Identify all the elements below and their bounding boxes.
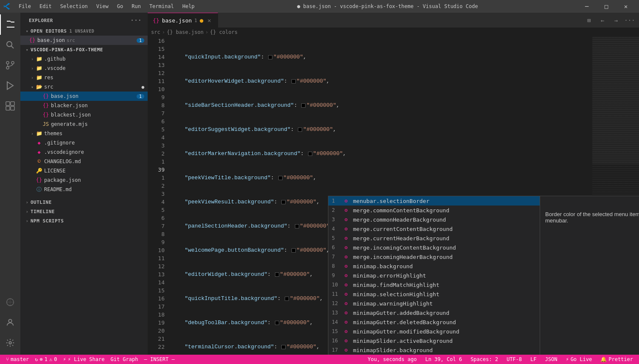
tree-gitignore[interactable]: ◆ .gitignore	[20, 138, 148, 147]
section-project[interactable]: ▾ VSCODE-PINK-AS-FOX-THEME	[20, 45, 148, 54]
minimize-button[interactable]: ─	[577, 0, 597, 13]
menu-terminal[interactable]: Terminal	[146, 3, 177, 10]
status-cursor-position[interactable]: Ln 39, Col 6	[423, 355, 465, 364]
ac-item-3[interactable]: 3 ⚙ merge.commonHeaderBackground	[328, 215, 540, 224]
ac-item-5[interactable]: 5 ⚙ merge.currentHeaderBackground	[328, 233, 540, 243]
svg-point-4	[11, 61, 14, 64]
breadcrumb-section[interactable]: {} colors	[210, 29, 238, 35]
status-indentation[interactable]: Spaces: 2	[468, 355, 501, 364]
tree-generate-mjs[interactable]: JS generate.mjs	[20, 119, 148, 129]
menu-view[interactable]: View	[93, 3, 112, 10]
ac-item-15[interactable]: 15 ⚙ minimapGutter.modifiedBackground	[328, 327, 540, 336]
ac-text-2: merge.commonContentBackground	[353, 207, 449, 214]
status-git-graph[interactable]: Git Graph	[108, 355, 140, 364]
status-go-live[interactable]: ⚡ Go Live	[563, 355, 594, 364]
breadcrumb-file[interactable]: {} base.json	[167, 29, 204, 35]
ac-item-6[interactable]: 6 ⚙ merge.incomingContentBackground	[328, 243, 540, 252]
editor-area[interactable]: 16 15 14 13 12 11 10 9 8 7 6 5 4 3	[148, 37, 639, 355]
window-title: ● base.json - vscode-pink-as-fox-theme -…	[202, 3, 574, 9]
tab-modified-dot: ●	[200, 17, 203, 24]
status-right: You, seconds ago Ln 39, Col 6 Spaces: 2 …	[365, 355, 636, 364]
tree-vscodeignore[interactable]: ◆ .vscodeignore	[20, 147, 148, 157]
ac-item-2[interactable]: 2 ⚙ merge.commonContentBackground	[328, 206, 540, 215]
tree-arrow-themes: ›	[29, 131, 36, 136]
tree-themes[interactable]: › 📁 themes	[20, 129, 148, 138]
activity-search[interactable]	[0, 35, 20, 55]
activity-explorer[interactable]	[0, 14, 20, 35]
ac-icon-9: ⚙	[345, 272, 350, 278]
maximize-button[interactable]: □	[597, 0, 616, 13]
ac-item-12[interactable]: 12 ⚙ minimap.warningHighlight	[328, 299, 540, 308]
code-line-16: "quickInput.background": "#000000",	[171, 53, 589, 61]
menu-edit[interactable]: Edit	[36, 3, 55, 10]
open-editor-base-json[interactable]: {} base.json src 1	[20, 36, 148, 45]
activity-run-debug[interactable]	[0, 75, 20, 96]
ln-8: 8	[154, 101, 165, 109]
menu-run[interactable]: Run	[128, 3, 144, 10]
editor-layout-button[interactable]: ⊞	[583, 14, 595, 26]
ac-item-8[interactable]: 8 ⚙ minimap.background	[328, 261, 540, 271]
ac-item-7[interactable]: 7 ⚙ merge.incomingHeaderBackground	[328, 252, 540, 261]
status-git-branch[interactable]: ⑂ master	[3, 355, 31, 364]
tree-res[interactable]: › 📁 res	[20, 73, 148, 82]
tree-github[interactable]: › 📁 .github	[20, 54, 148, 64]
activity-extensions[interactable]	[0, 96, 20, 116]
ac-item-17[interactable]: 17 ⚙ minimapSlider.background	[328, 345, 540, 355]
code-line-13: "editorSuggestWidget.background": "#0000…	[171, 125, 589, 133]
ac-item-10[interactable]: 10 ⚙ minimap.findMatchHighlight	[328, 280, 540, 289]
section-outline[interactable]: › Outline	[20, 197, 148, 207]
status-live-share[interactable]: ⚡ ⚡ Live Share	[61, 355, 107, 364]
status-git-sync[interactable]: ↻ ⊗ 1 ⚠ 0	[32, 355, 59, 364]
tree-readme[interactable]: ⓘ README.md	[20, 185, 148, 194]
svg-rect-8	[11, 102, 14, 106]
status-language[interactable]: JSON	[542, 355, 560, 364]
tab-close-button[interactable]: ✕	[206, 17, 213, 24]
tree-label-readme: README.md	[44, 186, 148, 192]
ac-icon-10: ⚙	[345, 282, 350, 288]
autocomplete-list[interactable]: 1 ⚙ menubar.selectionBorder 2 ⚙ merge.co…	[328, 196, 540, 355]
close-button[interactable]: ✕	[616, 0, 636, 13]
section-label-project: VSCODE-PINK-AS-FOX-THEME	[31, 47, 103, 53]
activity-settings[interactable]	[0, 333, 20, 353]
sidebar-content[interactable]: ▾ OPEN EDITORS 1 UNSAVED {} base.json sr…	[20, 26, 148, 355]
ac-icon-8: ⚙	[345, 263, 350, 269]
ac-item-13[interactable]: 13 ⚙ minimapGutter.addedBackground	[328, 308, 540, 317]
tree-changelog[interactable]: © CHANGELOG.md	[20, 157, 148, 166]
editor-back-button[interactable]: ←	[597, 14, 608, 26]
tree-blacker-json[interactable]: {} blacker.json	[20, 101, 148, 110]
tab-json-icon: {}	[153, 17, 160, 24]
status-prettier[interactable]: 🔔 Prettier	[598, 355, 636, 364]
tree-base-json[interactable]: {} base.json 1	[20, 92, 148, 101]
ac-item-9[interactable]: 9 ⚙ minimap.errorHighlight	[328, 271, 540, 280]
ac-item-11[interactable]: 11 ⚙ minimap.selectionHighlight	[328, 289, 540, 299]
editor-wrapper: {} base.json 1 ● ✕ ⊞ ← → ··· src › {} ba…	[148, 13, 639, 355]
status-line-ending[interactable]: LF	[528, 355, 539, 364]
menu-selection[interactable]: Selection	[57, 3, 91, 10]
breadcrumb-src[interactable]: src	[151, 29, 160, 35]
menu-go[interactable]: Go	[114, 3, 126, 10]
tab-base-json[interactable]: {} base.json 1 ● ✕	[148, 13, 218, 28]
activity-source-control[interactable]	[0, 55, 20, 75]
ac-item-14[interactable]: 14 ⚙ minimapGutter.deletedBackground	[328, 317, 540, 327]
tree-blackest-json[interactable]: {} blackest.json	[20, 110, 148, 119]
tree-package-json[interactable]: {} package.json	[20, 175, 148, 185]
menu-help[interactable]: Help	[179, 3, 198, 10]
editor-more-button[interactable]: ···	[624, 14, 636, 26]
sidebar-more-button[interactable]: ···	[129, 16, 143, 25]
activity-accounts[interactable]	[0, 312, 20, 333]
tree-src[interactable]: ▾ 📂 src ●	[20, 82, 148, 92]
tree-vscode[interactable]: › 📁 .vscode	[20, 64, 148, 73]
section-timeline[interactable]: › Timeline	[20, 207, 148, 216]
status-git-blame[interactable]: You, seconds ago	[365, 355, 420, 364]
ac-ln-13: 13	[154, 270, 165, 278]
tree-license[interactable]: 🔑 LICENSE	[20, 166, 148, 175]
status-encoding[interactable]: UTF-8	[504, 355, 524, 364]
section-open-editors[interactable]: ▾ OPEN EDITORS 1 UNSAVED	[20, 26, 148, 36]
ac-item-4[interactable]: 4 ⚙ merge.currentContentBackground	[328, 224, 540, 233]
section-npm-scripts[interactable]: › NPM Scripts	[20, 216, 148, 225]
activity-remote[interactable]	[0, 292, 20, 312]
ac-item-16[interactable]: 16 ⚙ minimapSlider.activeBackground	[328, 336, 540, 345]
editor-forward-button[interactable]: →	[610, 14, 622, 26]
menu-file[interactable]: File	[15, 3, 34, 10]
ac-item-1[interactable]: 1 ⚙ menubar.selectionBorder	[328, 196, 540, 206]
